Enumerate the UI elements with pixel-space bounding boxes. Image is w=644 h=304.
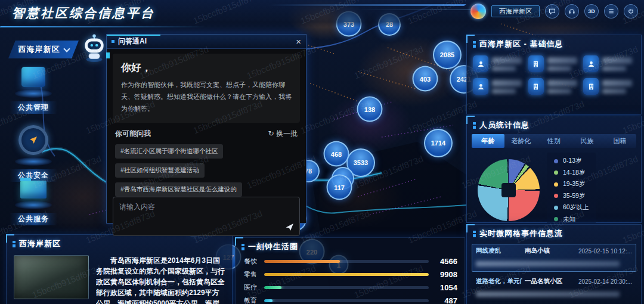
legend-item[interactable]: 19-35岁 bbox=[554, 180, 589, 188]
legend-dot bbox=[554, 194, 558, 198]
legend-label: 未知 bbox=[563, 215, 575, 224]
map-marker-bubble[interactable]: 1714 bbox=[424, 129, 453, 157]
bar-category-label: 医疗 bbox=[244, 283, 259, 292]
legend-item[interactable]: 未知 bbox=[554, 215, 589, 224]
legend-dot bbox=[554, 206, 558, 210]
sidebar-item-public-service[interactable]: 公共服务 bbox=[10, 181, 57, 225]
bar-fill bbox=[264, 299, 273, 302]
masked-value bbox=[602, 80, 632, 86]
masked-label bbox=[547, 66, 571, 71]
event-row[interactable]: 道路老化，单元门...一品名筑小区2025-02-14 20:30:... bbox=[472, 274, 636, 302]
send-icon[interactable] bbox=[285, 222, 295, 232]
legend-item[interactable]: 14-18岁 bbox=[554, 169, 589, 177]
refresh-suggestions-button[interactable]: ↻ 换一批 bbox=[268, 129, 298, 139]
legend-dot bbox=[554, 217, 558, 221]
panel-event-stream: 实时微网格事件信息流 网线凌乱南岛小镇2025-02-15 10:12:...道… bbox=[466, 224, 642, 304]
grid-area-icon bbox=[528, 55, 544, 72]
3d-toggle-button[interactable]: 3D bbox=[584, 4, 599, 18]
power-icon bbox=[627, 8, 634, 15]
masked-label bbox=[492, 66, 516, 71]
map-marker-bubble[interactable]: 468 bbox=[324, 141, 349, 167]
district-selector[interactable]: 西海岸新区 bbox=[8, 41, 79, 58]
masked-value bbox=[492, 57, 522, 64]
legend-item[interactable]: 0-13岁 bbox=[554, 157, 589, 165]
suggestions-label: 你可能问我 bbox=[115, 129, 151, 139]
close-icon[interactable]: × bbox=[296, 37, 301, 46]
tab-国籍[interactable]: 国籍 bbox=[603, 134, 636, 148]
smart-community-dashboard: 3732820854032421138171446835337894117276… bbox=[0, 0, 644, 304]
panel-title: 实时微网格事件信息流 bbox=[479, 228, 563, 239]
legend-label: 14-18岁 bbox=[563, 169, 585, 177]
chat-input[interactable] bbox=[118, 201, 283, 232]
event-row-line2 bbox=[476, 289, 632, 299]
message-button[interactable] bbox=[545, 4, 559, 18]
legend-label: 60岁以上 bbox=[563, 203, 589, 212]
map-marker-bubble[interactable]: 403 bbox=[413, 66, 438, 92]
dialog-title: 问答通AI bbox=[118, 36, 292, 46]
page-title: 智慧社区综合信息平台 bbox=[12, 5, 155, 21]
masked-label bbox=[602, 89, 626, 94]
greeting-card: 你好， 作为你的智能伙伴，我既能写文案、想点子，又能陪你聊天、答疑解惑。想知道我… bbox=[113, 54, 300, 123]
stat-item bbox=[473, 78, 525, 95]
bar-track bbox=[264, 273, 429, 276]
legend-dot bbox=[554, 159, 558, 163]
legend-label: 35-59岁 bbox=[563, 192, 585, 200]
stat-item bbox=[528, 55, 580, 72]
bar-row: 医疗1054 bbox=[236, 281, 465, 294]
bar-category-label: 零售 bbox=[244, 270, 259, 279]
icon-pedestal bbox=[15, 89, 52, 98]
legend-item[interactable]: 60岁以上 bbox=[554, 203, 589, 212]
panel-title-icon bbox=[473, 41, 476, 48]
sidebar-item-public-safety[interactable]: 公共安全 bbox=[10, 125, 57, 182]
header-decoration bbox=[351, 10, 483, 10]
voice-assistant-button[interactable] bbox=[565, 4, 579, 18]
app-header: 智慧社区综合信息平台 西海岸新区 3D bbox=[0, 0, 644, 27]
panel-title-icon bbox=[473, 122, 476, 129]
event-row-line2 bbox=[476, 258, 632, 269]
title-bullet-icon bbox=[112, 40, 114, 43]
layers-menu-button[interactable] bbox=[604, 4, 618, 18]
tab-性别[interactable]: 性别 bbox=[537, 134, 570, 148]
bar-track bbox=[264, 260, 429, 263]
ai-assistant-avatar[interactable] bbox=[79, 31, 109, 63]
pie-legend: 0-13岁14-18岁19-35岁35-59岁60岁以上未知 bbox=[547, 153, 596, 228]
map-marker-bubble[interactable]: 2085 bbox=[433, 41, 462, 69]
icon-pedestal bbox=[15, 201, 52, 209]
event-row-line1: 道路老化，单元门...一品名筑小区2025-02-14 20:30:... bbox=[476, 277, 632, 286]
bar-value: 487 bbox=[434, 296, 457, 304]
stat-text bbox=[492, 80, 522, 94]
robot-icon bbox=[79, 31, 109, 63]
suggestion-chip[interactable]: #名流汇小区属于哪个街道哪个社区 bbox=[115, 144, 223, 159]
event-row[interactable]: 网线凌乱南岛小镇2025-02-15 10:12:... bbox=[472, 244, 636, 272]
legend-item[interactable]: 35-59岁 bbox=[554, 192, 589, 200]
header-decoration bbox=[267, 4, 466, 6]
tab-民族[interactable]: 民族 bbox=[571, 134, 603, 148]
sidebar-item-label: 公共安全 bbox=[10, 169, 57, 182]
chat-input-box bbox=[113, 197, 300, 236]
bar-row: 零售9908 bbox=[236, 268, 465, 281]
map-marker-bubble[interactable]: 117 bbox=[327, 175, 352, 200]
legend-dot bbox=[554, 182, 558, 187]
stat-item bbox=[528, 78, 580, 95]
suggestion-chip[interactable]: #社区如何组织智慧党建活动 bbox=[115, 163, 205, 178]
event-row-line1: 网线凌乱南岛小镇2025-02-15 10:12:... bbox=[476, 247, 632, 255]
tab-年龄[interactable]: 年龄 bbox=[472, 134, 504, 148]
sidebar-item-label: 公共服务 bbox=[10, 213, 57, 225]
security-ring-icon bbox=[18, 125, 48, 155]
households-icon bbox=[473, 78, 488, 95]
panel-title-icon bbox=[473, 231, 476, 237]
masked-label bbox=[547, 89, 571, 94]
headset-icon bbox=[568, 8, 575, 15]
map-marker-bubble[interactable]: 138 bbox=[357, 97, 383, 122]
panel-title-icon bbox=[13, 241, 16, 247]
panel-title: 人员统计信息 bbox=[479, 120, 530, 131]
masked-label bbox=[492, 89, 516, 94]
age-pie-chart[interactable] bbox=[478, 159, 540, 221]
power-button[interactable] bbox=[624, 4, 638, 18]
bar-track bbox=[264, 299, 429, 302]
tab-老龄化[interactable]: 老龄化 bbox=[504, 134, 537, 148]
sidebar-item-public-management[interactable]: 公共管理 bbox=[10, 67, 57, 114]
stat-item bbox=[583, 78, 635, 95]
suggestion-chip[interactable]: #青岛市西海岸新区智慧社区是怎么建设的 bbox=[115, 182, 242, 197]
bar-value: 4566 bbox=[434, 257, 457, 266]
